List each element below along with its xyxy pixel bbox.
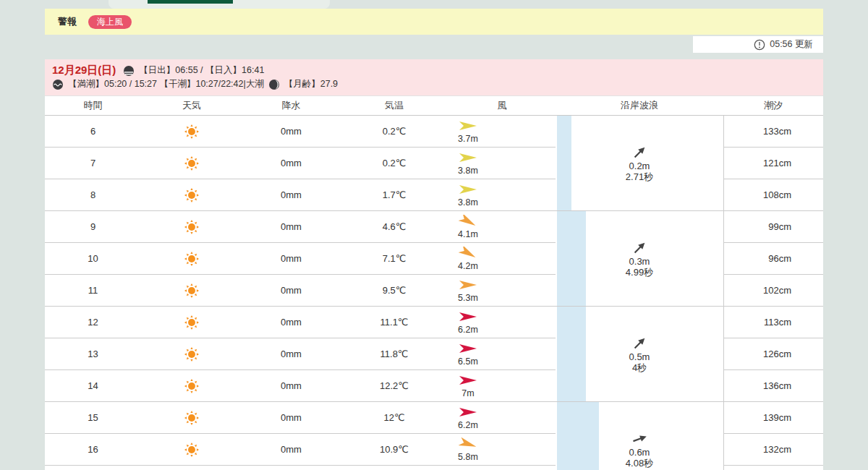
precip-value: 0mm <box>242 189 340 200</box>
table-row: 10 0mm 7.1℃ 4.2m <box>45 243 556 275</box>
sunny-icon <box>184 346 200 362</box>
precip-value: 0mm <box>242 317 340 328</box>
temp-value: 0.2℃ <box>340 158 448 168</box>
wind-speed: 3.8m <box>450 166 486 176</box>
moon-age-info: 【月齢】27.9 <box>284 78 338 90</box>
precip-value: 0mm <box>242 253 340 264</box>
wind-direction-icon <box>459 342 477 355</box>
precip-value: 0mm <box>242 126 340 137</box>
col-header-precip: 降水 <box>242 99 340 112</box>
hour-label: 14 <box>45 380 141 391</box>
precip-value: 0mm <box>242 380 340 391</box>
wind-direction-icon <box>459 310 477 323</box>
tide-column: 133cm 121cm 108cm 99cm 96cm 102cm 113cm … <box>723 116 823 470</box>
wind-speed: 4.1m <box>450 229 486 239</box>
update-time-box: 05:56 更新 <box>693 36 823 53</box>
tide-value: 139cm <box>724 402 823 434</box>
warning-bar: 警報 海上風 <box>45 9 823 35</box>
sunny-icon <box>184 283 200 299</box>
temp-value: 11.8℃ <box>340 349 448 359</box>
moon-age-icon <box>268 79 280 90</box>
tide-value: 108cm <box>724 179 823 211</box>
tide-value: 99cm <box>724 211 823 243</box>
wind-speed: 6.2m <box>450 420 486 430</box>
table-row: 13 0mm 11.8℃ 6.5m <box>45 338 556 370</box>
wind-direction-icon <box>459 278 477 291</box>
hour-label: 13 <box>45 349 141 359</box>
wind-direction-icon <box>459 215 477 228</box>
sea-wind-warning-badge[interactable]: 海上風 <box>88 15 132 29</box>
temp-value: 11.1℃ <box>340 317 448 328</box>
update-time: 05:56 更新 <box>770 38 813 51</box>
precip-value: 0mm <box>242 412 340 423</box>
tide-times-info: 【満潮】05:20 / 15:27 【干潮】10:27/22:42|大潮 <box>68 78 264 90</box>
active-tab-fragment[interactable] <box>148 0 233 4</box>
wave-group: 0.5m 4秒 <box>556 307 723 402</box>
tide-value: 133cm <box>724 116 823 148</box>
wind-direction-icon <box>459 437 477 450</box>
wave-height: 0.2m <box>629 161 650 171</box>
wind-speed: 6.2m <box>450 325 486 335</box>
warning-label: 警報 <box>58 15 77 28</box>
wind-speed: 5.8m <box>450 452 486 462</box>
hour-label: 9 <box>45 221 141 232</box>
temp-value: 0.2℃ <box>340 126 448 137</box>
wave-group: 0.6m 4.08秒 <box>556 402 723 470</box>
temp-value: 9.5℃ <box>340 285 448 296</box>
precip-value: 0mm <box>242 158 340 168</box>
temp-value: 1.7℃ <box>340 189 448 200</box>
wave-period: 4.99秒 <box>626 267 653 278</box>
wave-group: 0.3m 4.99秒 <box>556 211 723 307</box>
tide-value-partial <box>724 466 823 470</box>
tide-value: 136cm <box>724 370 823 402</box>
hour-label: 15 <box>45 412 141 423</box>
sunny-icon <box>184 155 200 171</box>
hourly-forecast-table: 時間 天気 降水 気温 風 沿岸波浪 潮汐 6 0mm 0.2℃ 3.7m 7 … <box>45 95 823 470</box>
precip-value: 0mm <box>242 444 340 455</box>
wave-direction-ne-icon <box>631 145 647 161</box>
sunny-icon <box>184 187 200 203</box>
hour-label: 11 <box>45 285 141 296</box>
sunny-icon <box>184 219 200 235</box>
wave-period: 4秒 <box>632 362 647 373</box>
tide-wave-icon <box>52 79 64 90</box>
wind-direction-icon <box>459 406 477 419</box>
hour-label: 6 <box>45 126 141 137</box>
date-header: 12月29日(日) 【日出】06:55 / 【日入】16:41 【満潮】05:2… <box>45 59 823 95</box>
temp-value: 12.2℃ <box>340 380 448 391</box>
table-row: 7 0mm 0.2℃ 3.8m <box>45 148 556 179</box>
col-header-tide: 潮汐 <box>723 99 823 112</box>
table-row-partial <box>45 466 556 470</box>
tide-value: 121cm <box>724 148 823 179</box>
table-row: 8 0mm 1.7℃ 3.8m <box>45 179 556 211</box>
col-header-wave: 沿岸波浪 <box>556 99 723 112</box>
wind-speed: 6.5m <box>450 356 486 367</box>
col-header-temp: 気温 <box>340 99 448 112</box>
sunny-icon <box>184 378 200 394</box>
hour-label: 8 <box>45 189 141 200</box>
hour-label: 16 <box>45 444 141 455</box>
hour-label: 7 <box>45 158 141 168</box>
table-row: 16 0mm 10.9℃ 5.8m <box>45 434 556 466</box>
tide-value: 132cm <box>724 434 823 466</box>
temp-value: 12℃ <box>340 412 448 423</box>
col-header-wind: 風 <box>448 99 556 112</box>
sunny-icon <box>184 410 200 426</box>
wave-direction-ne-icon <box>631 336 647 351</box>
table-row: 14 0mm 12.2℃ 7m <box>45 370 556 402</box>
date-title: 12月29日(日) <box>52 64 116 77</box>
tide-value: 102cm <box>724 275 823 307</box>
wave-direction-ene-icon <box>631 431 647 447</box>
wind-speed: 7m <box>450 388 486 398</box>
wind-speed: 5.3m <box>450 293 486 303</box>
hour-label: 12 <box>45 317 141 328</box>
wind-speed: 3.7m <box>450 134 486 144</box>
wind-speed: 3.8m <box>450 197 486 208</box>
table-row: 15 0mm 12℃ 6.2m <box>45 402 556 434</box>
sunny-icon <box>184 315 200 330</box>
wave-direction-ne-icon <box>631 240 647 256</box>
temp-value: 7.1℃ <box>340 253 448 264</box>
wind-direction-icon <box>459 247 477 260</box>
table-row: 11 0mm 9.5℃ 5.3m <box>45 275 556 307</box>
wind-direction-icon <box>459 119 477 132</box>
